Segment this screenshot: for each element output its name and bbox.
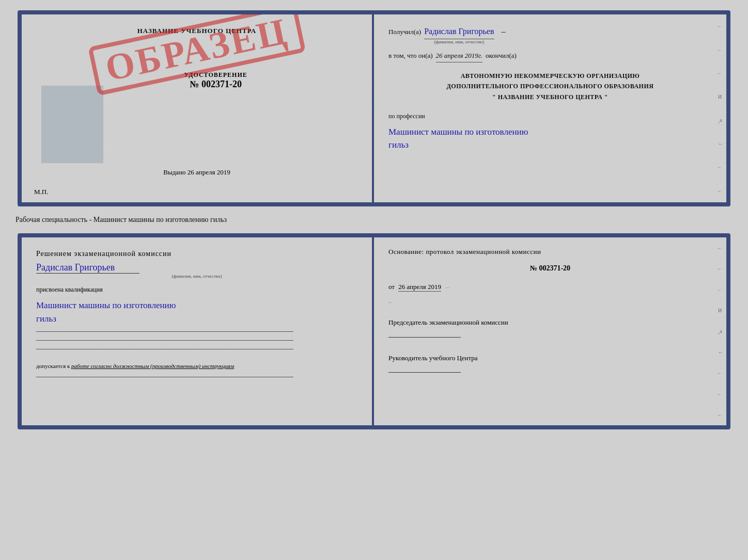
date-row: в том, что он(а) 26 апреля 2019г. окончи… (388, 51, 712, 62)
side-marks-bottom: –––И¸а←––– (718, 237, 723, 425)
in-that-label: в том, что он(а) (388, 51, 433, 61)
received-label: Получил(а) (388, 27, 421, 38)
person-name-block: Радислав Григорьев (фамилия, имя, отчест… (36, 262, 357, 279)
org-name-block: АВТОНОМНУЮ НЕКОММЕРЧЕСКУЮ ОРГАНИЗАЦИЮ ДО… (388, 71, 712, 102)
recipient-name: Радислав Григорьев (424, 25, 494, 39)
dopusk-block: допускается к работе согласно должностны… (36, 362, 357, 371)
bottom-doc-right: Основание: протокол экзаменационной коми… (374, 237, 726, 425)
protokol-number: № 002371-20 (388, 264, 712, 273)
date-value: 26 апреля 2019г. (436, 51, 482, 62)
org-line1: АВТОНОМНУЮ НЕКОММЕРЧЕСКУЮ ОРГАНИЗАЦИЮ (461, 72, 640, 79)
org-line2: ДОПОЛНИТЕЛЬНОГО ПРОФЕССИОНАЛЬНОГО ОБРАЗО… (447, 83, 654, 90)
org-line3: " НАЗВАНИЕ УЧЕБНОГО ЦЕНТРА " (492, 93, 608, 101)
rukovoditel-block: Руководитель учебного Центра (388, 353, 712, 373)
komissia-title: Решением экзаменационной комиссии (36, 250, 357, 258)
assigned-label: присвоена квалификация (36, 286, 357, 294)
predsedatel-sig-line (388, 337, 461, 338)
photo-placeholder (41, 86, 103, 163)
person-name: Радислав Григорьев (36, 262, 357, 273)
profession-label: по профессии (388, 113, 712, 120)
top-doc-left: НАЗВАНИЕ УЧЕБНОГО ЦЕНТРА ОБРАЗЕЦ УДОСТОВ… (22, 14, 374, 202)
finished-label: окончил(а) (486, 51, 517, 61)
side-marks-top: –––И¸а←–– (718, 14, 723, 202)
osnov-label: Основание: протокол экзаменационной коми… (388, 248, 712, 256)
dopusk-text: работе согласно должностным (производств… (71, 363, 234, 369)
cert-number-box: УДОСТОВЕРЕНИЕ № 002371-20 (184, 71, 247, 90)
bottom-doc-left: Решением экзаменационной комиссии Радисл… (22, 237, 374, 425)
top-document: НАЗВАНИЕ УЧЕБНОГО ЦЕНТРА ОБРАЗЕЦ УДОСТОВ… (18, 10, 730, 206)
bottom-document: Решением экзаменационной комиссии Радисл… (18, 233, 730, 429)
dopusk-label: допускается к (36, 363, 70, 369)
vydano-line: Выдано 26 апреля 2019 (163, 168, 230, 177)
profession-value: Машинист машины по изготовлению гильз (388, 125, 712, 152)
top-left-title: НАЗВАНИЕ УЧЕБНОГО ЦЕНТРА (137, 27, 257, 35)
name-subcaption: (фамилия, имя, отчество) (434, 38, 484, 45)
name-subcaption-2: (фамилия, имя, отчество) (36, 274, 357, 279)
predsedatel-block: Председатель экзаменационной комиссии (388, 317, 712, 338)
mp-label: М.П. (34, 188, 48, 196)
date-label: от (388, 283, 395, 291)
cert-label: УДОСТОВЕРЕНИЕ (184, 71, 247, 79)
rukovoditel-label: Руководитель учебного Центра (388, 353, 712, 363)
rukovoditel-sig-line (388, 372, 461, 373)
predsedatel-label: Председатель экзаменационной комиссии (388, 317, 712, 328)
protokol-date: от 26 апреля 2019 – (388, 283, 712, 291)
date-value-2: 26 апреля 2019 (398, 283, 441, 292)
cert-number: № 002371-20 (184, 79, 247, 90)
info-label: Рабочая специальность - Машинист машины … (10, 216, 227, 224)
top-doc-right: Получил(а) Радислав Григорьев (фамилия, … (374, 14, 726, 202)
qualification-value: Машинист машины по изготовлению гильз (36, 299, 357, 325)
received-row: Получил(а) Радислав Григорьев (фамилия, … (388, 25, 712, 45)
